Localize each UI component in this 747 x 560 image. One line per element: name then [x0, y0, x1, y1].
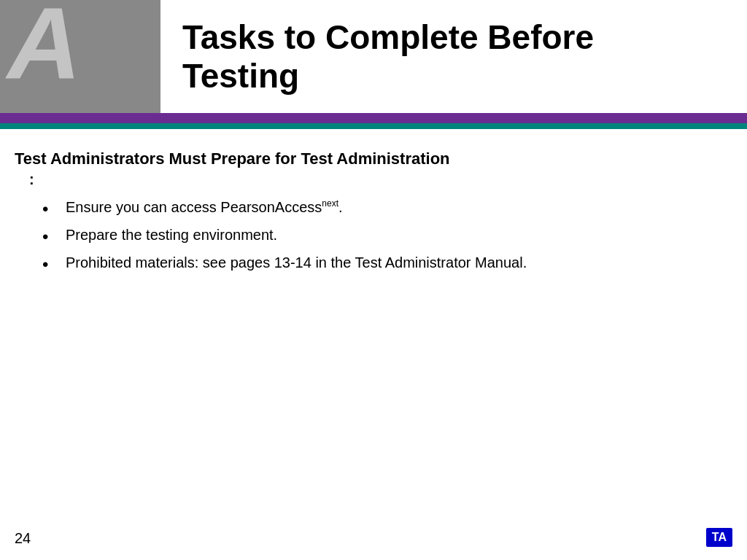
list-item: Prohibited materials: see pages 13-14 in… [58, 252, 732, 273]
title-line1: Tasks to Complete Before [182, 18, 594, 56]
header-title-area: Tasks to Complete Before Testing [160, 0, 747, 113]
ta-badge: TA [706, 528, 732, 547]
bullet-text-1: Ensure you can access PearsonAccessnext. [66, 199, 343, 215]
purple-divider [0, 113, 747, 123]
teal-divider [0, 123, 747, 129]
logo-letter: A [7, 0, 81, 95]
page-number: 24 [15, 530, 31, 547]
footer: 24 TA [15, 528, 732, 547]
title-line2: Testing [182, 57, 299, 95]
header: A Tasks to Complete Before Testing [0, 0, 747, 113]
logo-area: A [0, 0, 160, 113]
list-item: Prepare the testing environment. [58, 225, 732, 245]
bullet-list: Ensure you can access PearsonAccessnext.… [58, 197, 732, 273]
list-item: Ensure you can access PearsonAccessnext. [58, 197, 732, 217]
bullet-text-3: Prohibited materials: see pages 13-14 in… [66, 254, 527, 271]
bullet-text-2: Prepare the testing environment. [66, 227, 277, 243]
header-title: Tasks to Complete Before Testing [182, 18, 594, 96]
section-subtitle: : [29, 171, 732, 188]
content-area: Test Administrators Must Prepare for Tes… [0, 129, 747, 295]
section-title: Test Administrators Must Prepare for Tes… [15, 149, 732, 168]
